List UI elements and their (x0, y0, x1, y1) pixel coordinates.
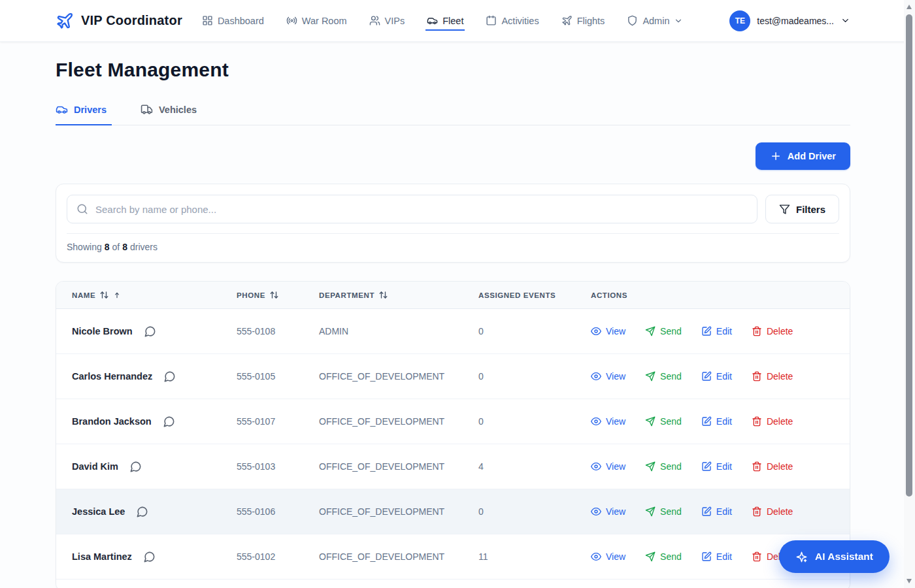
nav-item-vips[interactable]: VIPs (368, 10, 407, 31)
paper-plane-icon (645, 371, 656, 382)
view-button[interactable]: View (591, 416, 625, 427)
avatar: TE (729, 10, 750, 31)
assigned-events-count: 0 (478, 371, 591, 382)
trash-icon (752, 371, 762, 382)
chat-bubble-icon[interactable] (135, 504, 150, 519)
edit-button[interactable]: Edit (701, 551, 732, 562)
dashboard-icon (202, 15, 213, 26)
send-button[interactable]: Send (645, 506, 682, 517)
view-button[interactable]: View (591, 506, 625, 517)
send-button[interactable]: Send (645, 326, 682, 336)
delete-button[interactable]: Delete (752, 506, 793, 517)
pencil-square-icon (701, 461, 712, 472)
driver-phone: 555-0106 (237, 506, 319, 517)
driver-name: Nicole Brown (72, 326, 133, 336)
vertical-scrollbar (904, 0, 915, 588)
broadcast-icon (286, 15, 297, 26)
header-department[interactable]: DEPARTMENT (319, 290, 478, 300)
user-menu[interactable]: TE test@madeames... (729, 10, 850, 31)
chat-bubble-icon[interactable] (142, 324, 158, 339)
car-icon (427, 15, 438, 26)
scroll-up-arrow[interactable] (907, 5, 912, 9)
view-button[interactable]: View (591, 371, 625, 382)
trash-icon (752, 551, 762, 562)
nav-item-war-room[interactable]: War Room (285, 10, 348, 31)
sort-ascending-icon (113, 291, 121, 299)
send-button[interactable]: Send (645, 371, 682, 382)
tab-drivers[interactable]: Drivers (56, 102, 112, 125)
nav-item-fleet[interactable]: Fleet (425, 10, 465, 31)
drivers-table: NAME PHONE DEPARTMENT ASSIGNED EVENTS AC… (56, 281, 850, 588)
table-row: Carlos Hernandez 555-0105 OFFICE_OF_DEVE… (56, 354, 850, 399)
view-button[interactable]: View (591, 551, 625, 562)
chat-bubble-icon[interactable] (162, 369, 177, 384)
driver-name: David Kim (72, 461, 118, 472)
header-name[interactable]: NAME (56, 290, 237, 300)
sparkles-icon (795, 551, 808, 563)
send-button[interactable]: Send (645, 461, 682, 472)
chat-bubble-icon[interactable] (128, 459, 143, 474)
table-row: Jessica Lee 555-0106 OFFICE_OF_DEVELOPME… (56, 489, 850, 534)
delete-button[interactable]: Delete (752, 416, 793, 427)
nav-item-activities[interactable]: Activities (484, 10, 540, 31)
trash-icon (752, 506, 762, 517)
scrollbar-thumb[interactable] (906, 14, 912, 497)
paper-plane-icon (645, 416, 656, 427)
brand-name: VIP Coordinator (81, 13, 182, 28)
eye-icon (591, 551, 601, 562)
trash-icon (752, 326, 762, 336)
driver-name: Carlos Hernandez (72, 371, 152, 382)
driver-department: ADMIN (319, 326, 478, 336)
results-count: Showing 8 of 8 drivers (67, 233, 839, 262)
filters-button[interactable]: Filters (765, 195, 839, 223)
edit-button[interactable]: Edit (701, 416, 732, 427)
sort-icon (269, 290, 279, 300)
assigned-events-count: 0 (478, 326, 591, 336)
view-button[interactable]: View (591, 461, 625, 472)
tab-vehicles[interactable]: Vehicles (141, 102, 202, 125)
paper-plane-icon (645, 461, 656, 472)
driver-department: OFFICE_OF_DEVELOPMENT (319, 371, 478, 382)
sort-icon (378, 290, 388, 300)
assigned-events-count: 11 (478, 551, 591, 562)
edit-button[interactable]: Edit (701, 326, 732, 336)
edit-button[interactable]: Edit (701, 371, 732, 382)
edit-button[interactable]: Edit (701, 461, 732, 472)
scroll-down-arrow[interactable] (907, 579, 912, 583)
plane-logo-icon (56, 12, 74, 30)
driver-name: Jessica Lee (72, 506, 125, 517)
delete-button[interactable]: Delete (752, 371, 793, 382)
ai-assistant-button[interactable]: AI Assistant (779, 540, 890, 573)
table-row: David Kim 555-0103 OFFICE_OF_DEVELOPMENT… (56, 444, 850, 489)
main-content: Fleet Management Drivers Vehicles Add Dr… (56, 59, 850, 588)
header-phone[interactable]: PHONE (237, 290, 319, 300)
send-button[interactable]: Send (645, 416, 682, 427)
paper-plane-icon (645, 506, 656, 517)
driver-name: Lisa Martinez (72, 551, 132, 562)
add-driver-button[interactable]: Add Driver (756, 142, 850, 170)
delete-button[interactable]: Delete (752, 326, 793, 336)
shield-icon (627, 15, 638, 26)
brand-logo[interactable]: VIP Coordinator (56, 12, 182, 30)
driver-phone: 555-0102 (237, 551, 319, 562)
nav-item-dashboard[interactable]: Dashboard (201, 10, 265, 31)
nav-item-flights[interactable]: Flights (560, 10, 607, 31)
assigned-events-count: 4 (478, 461, 591, 472)
chat-bubble-icon[interactable] (142, 549, 157, 564)
paper-plane-icon (645, 551, 656, 562)
eye-icon (591, 506, 601, 517)
chat-bubble-icon[interactable] (161, 414, 176, 429)
delete-button[interactable]: Delete (752, 461, 793, 472)
chevron-down-icon (674, 16, 683, 25)
table-body: Nicole Brown 555-0108 ADMIN 0 View Send … (56, 309, 850, 580)
driver-department: OFFICE_OF_DEVELOPMENT (319, 551, 478, 562)
edit-button[interactable]: Edit (701, 506, 732, 517)
send-button[interactable]: Send (645, 551, 682, 562)
view-button[interactable]: View (591, 326, 625, 336)
driver-phone: 555-0107 (237, 416, 319, 427)
assigned-events-count: 0 (478, 506, 591, 517)
search-input[interactable] (95, 204, 748, 215)
eye-icon (591, 416, 601, 427)
search-card: Filters Showing 8 of 8 drivers (56, 184, 850, 263)
nav-item-admin[interactable]: Admin (625, 10, 684, 31)
